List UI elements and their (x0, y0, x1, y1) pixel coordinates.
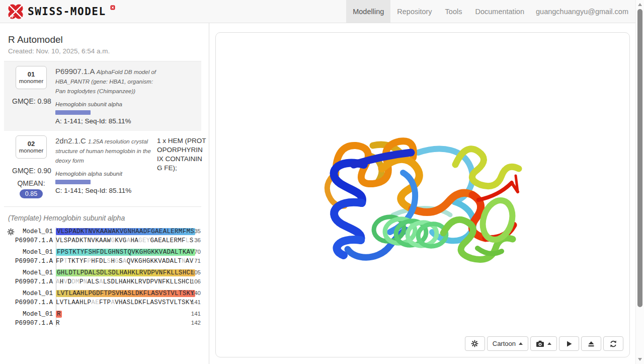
nav-tab-tools[interactable]: Tools (439, 0, 469, 23)
alignment-row-model: Model_01GHLDTLPDALSDLSDLHAHKLRVDPVNFKLLS… (8, 268, 201, 277)
alignment-row-target: P69907.1.AR142 (8, 319, 201, 328)
swiss-model-clover-icon (7, 3, 24, 20)
sequence-label: Model_01 (8, 228, 55, 235)
target-sequence[interactable]: AHVDDMPNALSALSDLHAHKLRVDPVNFKLLSHCL (55, 278, 193, 285)
sequence-label: P69907.1.A (8, 237, 55, 244)
template-id[interactable]: P69907.1.A (55, 67, 95, 76)
eject-icon (588, 340, 595, 347)
coverage-bar (55, 110, 91, 115)
sequence-alignment: Model_01VLSPADKTNVKAAWAKVGNHAADFGAEALERM… (8, 227, 201, 328)
top-nav: SWISS-MODEL Modelling Repository Tools D… (0, 0, 635, 23)
model-02-rank-box[interactable]: 02 monomer (16, 135, 47, 159)
model-card-01: 01 monomer GMQE: 0.98 P69907.1.A AlphaFo… (4, 61, 201, 131)
sequence-label: P69907.1.A (8, 258, 55, 265)
ligands-text: 1 x HEM (PROTOPORPHYRIN IX CONTAINING FE… (157, 135, 207, 200)
viewer-toolbar: Cartoon (465, 336, 623, 351)
gmqe-score: GMQE: 0.90 (12, 167, 50, 175)
nav-tab-modelling[interactable]: Modelling (346, 0, 390, 23)
model-sequence[interactable]: GHLDTLPDALSDLSDLHAHKLRVDPVNFKLLSHCL (55, 269, 195, 276)
representation-label: Cartoon (493, 340, 516, 347)
target-sequence[interactable]: LVTLAAHLPAEFTPAVHASLDKFLASVSTVLTSKY (55, 299, 193, 306)
scrollbar-up-arrow[interactable] (638, 3, 642, 6)
protein-name: Hemoglobin alpha subunit (55, 171, 157, 177)
brand-registered-icon (110, 3, 115, 12)
protein-structure-canvas[interactable] (216, 33, 629, 357)
protein-name: Hemoglobin subunit alpha (55, 101, 199, 107)
model-rank: 02 (28, 140, 35, 148)
alignment-block: Model_01R141P69907.1.AR142 (8, 310, 201, 328)
play-button[interactable] (559, 336, 579, 351)
coverage-text: C: 1-141; Seq-Id: 85.11% (55, 187, 157, 194)
page-scrollbar (635, 0, 644, 364)
coverage-bar (55, 180, 91, 184)
model-02-details: 2dn2.1.C 1.25A resolution crystal struct… (50, 135, 157, 200)
fullscreen-button[interactable] (581, 336, 601, 351)
model-oligo-state: monomer (19, 78, 44, 85)
play-icon (566, 340, 573, 347)
nav-tab-repository[interactable]: Repository (390, 0, 438, 23)
representation-dropdown[interactable]: Cartoon (487, 336, 528, 351)
alignment-section-title: (Template) Hemoglobin subunit alpha (8, 214, 209, 222)
alignment-row-target: P69907.1.AFPTTKTYFPHFDLSHGSAQVKGHGKKVADA… (8, 257, 201, 266)
chevron-up-icon (519, 342, 523, 345)
alignment-row-target: P69907.1.AVLSPADKTNVKAAWGKVGAHAGEYGAEALE… (8, 236, 201, 245)
sequence-label: P69907.1.A (8, 278, 55, 285)
camera-icon (536, 340, 544, 347)
target-sequence[interactable]: VLSPADKTNVKAAWGKVGAHAGEYGAEALERMFLS (55, 237, 193, 244)
chevron-up-icon (547, 342, 551, 345)
residue-number: 140 (191, 290, 201, 296)
residue-number: 71 (194, 258, 201, 264)
template-line: P69907.1.A AlphaFold DB model of HBA_PAN… (55, 67, 157, 96)
model-sequence[interactable]: LVTLAAHLPGDFTPSVHASLDKFLASVSTVLTSKY (55, 290, 195, 297)
gear-icon (471, 340, 478, 347)
model-card-02: 02 monomer GMQE: 0.90 QMEAN: 0.85 2dn2.1… (4, 131, 201, 206)
alignment-row-target: P69907.1.AAHVDDMPNALSALSDLHAHKLRVDPVNFKL… (8, 277, 201, 286)
model-sequence[interactable]: R (55, 311, 62, 318)
alignment-block: Model_01GHLDTLPDALSDLSDLHAHKLRVDPVNFKLLS… (8, 268, 201, 286)
target-sequence[interactable]: R (55, 320, 60, 327)
scrollbar-thumb[interactable] (637, 9, 642, 307)
sequence-label: Model_01 (8, 269, 55, 276)
scrollbar-down-arrow[interactable] (638, 358, 642, 361)
main-nav: Modelling Repository Tools Documentation… (346, 0, 635, 23)
model-01-details: P69907.1.A AlphaFold DB model of HBA_PAN… (50, 66, 199, 125)
residue-number: 141 (191, 311, 201, 317)
sequence-label: Model_01 (8, 290, 55, 297)
residue-number: 36 (194, 237, 201, 243)
page-title: R Automodel (8, 34, 209, 45)
qmean-badge: 0.85 (20, 189, 43, 198)
coverage-text: A: 1-141; Seq-Id: 85.11% (55, 117, 199, 125)
alignment-row-model: Model_01FPSTKTYFSHFDLGHNSTQVKGHGKKVADALT… (8, 248, 201, 257)
model-sequence[interactable]: VLSPADKTNVKAAWAKVGNHAADFGAEALERMFMS (55, 228, 195, 235)
residue-number: 142 (191, 320, 201, 326)
alignment-rows: Model_01VLSPADKTNVKAAWAKVGNHAADFGAEALERM… (8, 227, 201, 328)
nav-tab-documentation[interactable]: Documentation (468, 0, 531, 23)
alignment-row-model: Model_01LVTLAAHLPGDFTPSVHASLDKFLASVSTVLT… (8, 289, 201, 298)
reset-view-button[interactable] (603, 336, 623, 351)
template-line: 2dn2.1.C 1.25A resolution crystal struct… (55, 136, 157, 165)
sequence-label: P69907.1.A (8, 299, 55, 306)
model-oligo-state: monomer (19, 148, 44, 154)
alignment-block: Model_01LVTLAAHLPGDFTPSVHASLDKFLASVSTVLT… (8, 289, 201, 307)
residue-number: 141 (191, 299, 201, 305)
viewer-settings-button[interactable] (465, 336, 485, 351)
sequence-label: Model_01 (8, 311, 55, 318)
model-list: 01 monomer GMQE: 0.98 P69907.1.A AlphaFo… (4, 61, 201, 207)
target-sequence[interactable]: FPTTKTYFPHFDLSHGSAQVKGHGKKVADALTNAV (55, 258, 193, 265)
alignment-block: Model_01FPSTKTYFSHFDLGHNSTQVKGHGKKVADALT… (8, 248, 201, 266)
model-01-scores: 01 monomer GMQE: 0.98 (12, 66, 50, 125)
residue-number: 70 (194, 249, 201, 255)
model-sequence[interactable]: FPSTKTYFSHFDLGHNSTQVKGHGKKVADALTKAV (55, 249, 195, 256)
created-timestamp: Created: Nov. 10, 2025, 6:54 a.m. (8, 47, 209, 55)
brand-logo[interactable]: SWISS-MODEL (7, 0, 115, 23)
sequence-label: P69907.1.A (8, 320, 55, 327)
template-id[interactable]: 2dn2.1.C (55, 136, 86, 145)
residue-number: 35 (194, 228, 201, 234)
alignment-row-model: Model_01VLSPADKTNVKAAWAKVGNHAADFGAEALERM… (8, 227, 201, 236)
alignment-row-target: P69907.1.ALVTLAAHLPAEFTPAVHASLDKFLASVSTV… (8, 298, 201, 307)
residue-number: 106 (191, 278, 201, 284)
screenshot-dropdown[interactable] (530, 336, 557, 351)
structure-viewer: Cartoon (215, 32, 630, 357)
user-account-menu[interactable]: guangchuangyu@gmail.com (531, 0, 635, 23)
model-01-rank-box[interactable]: 01 monomer (16, 66, 47, 89)
